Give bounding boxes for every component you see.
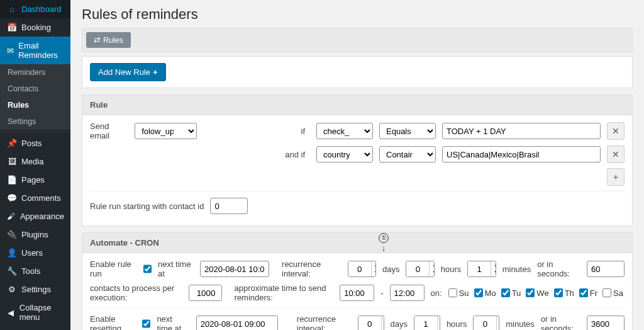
remove-condition-button[interactable]: ✕	[607, 145, 625, 163]
sidebar-item-booking[interactable]: 📅Booking	[0, 18, 70, 37]
if-label: if	[301, 127, 306, 136]
contacts-per-exec-spinner[interactable]: ▲▼	[189, 285, 221, 301]
time-to-input[interactable]	[390, 285, 425, 301]
enable-resetting-checkbox[interactable]	[142, 319, 150, 328]
sidebar-item-plugins[interactable]: 🔌Plugins	[0, 225, 70, 244]
day-sa[interactable]: Sa	[602, 288, 625, 298]
menu-icon: 🖼	[6, 157, 18, 166]
plus-icon: +	[613, 172, 618, 182]
submenu-rules[interactable]: Rules	[0, 97, 70, 113]
condition-value-input[interactable]	[442, 123, 601, 139]
sidebar-item-settings[interactable]: ⚙Settings	[0, 280, 70, 299]
reset-next-time-input[interactable]	[196, 316, 278, 330]
reset-days-spinner[interactable]: ▲▼	[358, 316, 384, 330]
menu-icon: ✉	[6, 46, 14, 55]
menu-icon: ⌂	[6, 4, 18, 14]
main-content: Rules of reminders ⇄Rules Add New Rule+ …	[70, 0, 644, 330]
menu-icon: 🔧	[6, 266, 18, 276]
sidebar-item-collapse-menu[interactable]: ◀Collapse menu	[0, 299, 70, 326]
enable-resetting-label: Enable resetting	[90, 314, 136, 330]
sidebar-item-comments[interactable]: 💬Comments	[0, 189, 70, 207]
hours-spinner[interactable]: ▲▼	[406, 261, 434, 277]
menu-icon: ⚙	[6, 285, 18, 294]
day-su[interactable]: Su	[448, 288, 470, 298]
menu-icon: 👤	[6, 248, 18, 258]
minutes-spinner[interactable]: ▲▼	[467, 261, 496, 277]
add-rule-panel: Add New Rule+	[82, 56, 633, 88]
cron-section: Automate - CRON ①↓ Enable rule run next …	[82, 232, 633, 330]
menu-icon: 📅	[6, 23, 18, 32]
close-icon: ✕	[612, 126, 619, 136]
menu-icon: 🔌	[6, 230, 18, 239]
start-id-label: Rule run starting with contact id	[90, 202, 204, 211]
add-new-rule-button[interactable]: Add New Rule+	[90, 63, 166, 81]
condition-op-select[interactable]: Equals	[379, 123, 436, 139]
menu-icon: 💬	[6, 193, 18, 203]
menu-icon: 🖌	[6, 212, 16, 221]
rule-heading: Rule	[82, 95, 632, 115]
recurrence-label: recurrence interval:	[282, 259, 341, 278]
reset-minutes-spinner[interactable]: ▲▼	[473, 316, 499, 330]
sidebar-item-tools[interactable]: 🔧Tools	[0, 262, 70, 280]
sidebar-item-media[interactable]: 🖼Media	[0, 152, 70, 171]
next-time-label: next time at	[158, 259, 194, 278]
menu-icon: 📌	[6, 139, 18, 148]
reset-seconds-input[interactable]	[587, 316, 625, 330]
reset-hours-spinner[interactable]: ▲▼	[414, 316, 440, 330]
close-icon: ✕	[612, 149, 619, 159]
enable-rule-run-checkbox[interactable]	[143, 265, 152, 273]
approx-time-label: approximate time to send reminders:	[235, 283, 334, 302]
contacts-per-exec-label: contacts to process per execution:	[90, 283, 182, 302]
day-tu[interactable]: Tu	[501, 288, 523, 298]
day-th[interactable]: Th	[554, 288, 575, 298]
sidebar-item-posts[interactable]: 📌Posts	[0, 134, 70, 152]
time-from-input[interactable]	[340, 285, 374, 301]
day-mo[interactable]: Mo	[474, 288, 497, 298]
submenu-reminders[interactable]: Reminders	[0, 64, 70, 81]
remove-condition-button[interactable]: ✕	[607, 122, 625, 140]
rule-seconds-input[interactable]	[587, 261, 625, 277]
sidebar-item-appearance[interactable]: 🖌Appearance	[0, 207, 70, 225]
add-condition-button[interactable]: +	[607, 168, 625, 186]
page-title: Rules of reminders	[82, 6, 633, 23]
sidebar: ⌂Dashboard📅Booking✉Email Reminders Remin…	[0, 0, 70, 330]
condition-op-select[interactable]: Contain	[379, 146, 436, 162]
start-id-input[interactable]	[210, 198, 248, 214]
menu-icon: ◀	[6, 308, 16, 317]
and-if-label: and if	[285, 150, 305, 159]
enable-rule-run-label: Enable rule run	[90, 259, 137, 278]
plus-icon: +	[153, 67, 158, 77]
menu-icon: 📄	[6, 175, 18, 185]
condition-field-select[interactable]: check_out	[316, 123, 373, 139]
day-we[interactable]: We	[526, 288, 550, 298]
rule-section: Rule Send email folow_up if check_out Eq…	[82, 94, 633, 226]
cron-heading: Automate - CRON	[82, 233, 632, 253]
tab-bar: ⇄Rules	[82, 28, 633, 52]
condition-value-input[interactable]	[442, 146, 601, 162]
sidebar-item-pages[interactable]: 📄Pages	[0, 171, 70, 189]
sidebar-item-users[interactable]: 👤Users	[0, 244, 70, 262]
day-fr[interactable]: Fr	[579, 288, 599, 298]
tab-rules[interactable]: ⇄Rules	[86, 32, 131, 48]
shuffle-icon: ⇄	[94, 36, 101, 45]
condition-field-select[interactable]: country	[316, 146, 373, 162]
email-template-select[interactable]: folow_up	[135, 123, 197, 139]
sidebar-item-email-reminders[interactable]: ✉Email Reminders	[0, 37, 70, 64]
submenu-contacts[interactable]: Contacts	[0, 81, 70, 97]
submenu-settings[interactable]: Settings	[0, 113, 70, 130]
rule-next-time-input[interactable]	[200, 261, 269, 277]
days-spinner[interactable]: ▲▼	[348, 261, 376, 277]
send-email-label: Send email	[90, 122, 130, 140]
sidebar-item-dashboard[interactable]: ⌂Dashboard	[0, 0, 70, 18]
